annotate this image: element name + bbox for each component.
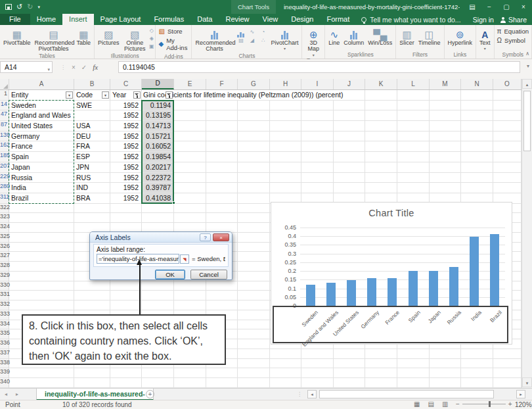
cell[interactable] — [334, 152, 365, 162]
cell[interactable] — [9, 262, 74, 272]
zoom-level[interactable]: 120% — [515, 401, 532, 408]
cell[interactable] — [301, 121, 334, 132]
ribbon-button-slicer[interactable]: ▥Slicer — [397, 26, 416, 46]
cell[interactable]: Germany — [9, 132, 74, 142]
cell[interactable] — [397, 152, 430, 162]
cell[interactable] — [334, 121, 365, 132]
row-header[interactable]: 328 — [0, 262, 9, 272]
cell[interactable] — [397, 162, 430, 173]
cell[interactable] — [110, 368, 142, 378]
cell[interactable]: Code▾ — [74, 90, 110, 101]
ok-button[interactable]: OK — [155, 270, 185, 279]
cell[interactable] — [238, 301, 270, 310]
cell[interactable] — [74, 368, 110, 378]
cell[interactable] — [142, 291, 174, 301]
cell[interactable] — [365, 378, 397, 388]
cell[interactable] — [238, 233, 270, 243]
cell[interactable] — [461, 173, 493, 183]
cell[interactable]: 0.41038 — [142, 193, 174, 204]
cell[interactable] — [74, 110, 110, 121]
zoom-out-icon[interactable]: − — [456, 400, 460, 408]
cell[interactable]: SWE — [74, 101, 110, 111]
cell[interactable]: Brazil — [9, 193, 74, 204]
restore-icon[interactable]: ▢ — [498, 0, 515, 14]
cell[interactable] — [461, 368, 493, 378]
column-header-j[interactable]: J — [334, 79, 365, 89]
cell[interactable]: 0.39787 — [142, 183, 174, 193]
cell[interactable] — [238, 152, 270, 162]
cell[interactable] — [397, 378, 430, 388]
cell[interactable] — [493, 162, 521, 173]
cell[interactable]: RUS — [74, 173, 110, 183]
row-header[interactable]: 47 — [0, 110, 9, 121]
pie-chart-icon[interactable]: ◔ — [257, 28, 269, 36]
screenshot-icon[interactable]: ▣ — [149, 43, 154, 51]
cell[interactable]: Entity▾ — [9, 90, 74, 101]
column-header-l[interactable]: L — [397, 79, 430, 89]
embedded-chart[interactable]: Chart Title 0.450.40.350.30.250.20.150.1… — [271, 202, 512, 345]
cell[interactable] — [461, 132, 493, 142]
cell[interactable] — [9, 272, 74, 281]
cell[interactable] — [238, 281, 270, 291]
cell[interactable] — [206, 162, 238, 173]
page-break-view-icon[interactable]: ▥ — [442, 400, 448, 408]
dialog-title-bar[interactable]: Axis Labels ? × — [90, 232, 232, 243]
cell[interactable] — [301, 101, 334, 111]
cell[interactable]: Sweden — [9, 101, 74, 111]
ribbon-button-online-pictures[interactable]: ▧Online Pictures — [122, 26, 148, 53]
cell[interactable]: 1952 — [110, 152, 142, 162]
ribbon-button-recommended-pivottables[interactable]: ▤Recommended PivotTables — [33, 26, 75, 53]
cell[interactable]: 0.16052 — [142, 141, 174, 152]
cell[interactable] — [142, 368, 174, 378]
cancel-button[interactable]: Cancel — [190, 270, 227, 279]
cell[interactable] — [461, 152, 493, 162]
cell[interactable] — [238, 141, 270, 152]
cell[interactable] — [206, 213, 238, 223]
cell[interactable] — [365, 368, 397, 378]
ribbon-button-pivotchart[interactable]: PivotChart▾ — [269, 26, 300, 51]
cell[interactable] — [365, 173, 397, 183]
cell[interactable] — [9, 243, 74, 253]
cell[interactable] — [238, 132, 270, 142]
cell[interactable] — [174, 141, 206, 152]
cell[interactable]: 1952 — [110, 110, 142, 121]
row-header[interactable]: 325 — [0, 233, 9, 243]
cell[interactable] — [397, 141, 430, 152]
cell[interactable] — [110, 204, 142, 214]
cell[interactable]: 1952 — [110, 173, 142, 183]
cell[interactable]: 1952 — [110, 162, 142, 173]
row-header[interactable]: 334 — [0, 320, 9, 330]
cell[interactable] — [238, 223, 270, 233]
cell[interactable] — [461, 183, 493, 193]
cell[interactable] — [9, 281, 74, 291]
cell[interactable] — [206, 301, 238, 310]
cell[interactable] — [334, 183, 365, 193]
cell[interactable] — [430, 121, 461, 132]
cell[interactable] — [430, 141, 461, 152]
cell[interactable] — [238, 368, 270, 378]
cell[interactable] — [9, 233, 74, 243]
cell[interactable] — [9, 291, 74, 301]
cell[interactable] — [270, 173, 301, 183]
cell[interactable] — [430, 162, 461, 173]
cell[interactable] — [270, 162, 301, 173]
cell[interactable] — [270, 152, 301, 162]
cell[interactable]: 0.14713 — [142, 121, 174, 132]
cell[interactable] — [238, 262, 270, 272]
row-header[interactable]: 340 — [0, 378, 9, 388]
tell-me-box[interactable]: Tell me what you want to do... — [361, 14, 460, 25]
cell[interactable] — [142, 378, 174, 388]
cell[interactable] — [206, 193, 238, 204]
cell[interactable] — [74, 291, 110, 301]
ribbon-button-pictures[interactable]: ▨Pictures — [96, 26, 122, 46]
cell[interactable] — [461, 378, 493, 388]
cell[interactable] — [238, 121, 270, 132]
row-header[interactable]: 337 — [0, 349, 9, 359]
cell[interactable] — [430, 152, 461, 162]
share-button[interactable]: Share — [500, 16, 527, 24]
sheet-nav-left-icon[interactable]: ◂ — [5, 389, 7, 400]
cell[interactable] — [9, 223, 74, 233]
column-header-h[interactable]: H — [270, 79, 301, 89]
row-header[interactable]: 339 — [0, 368, 9, 378]
cell[interactable] — [493, 141, 521, 152]
